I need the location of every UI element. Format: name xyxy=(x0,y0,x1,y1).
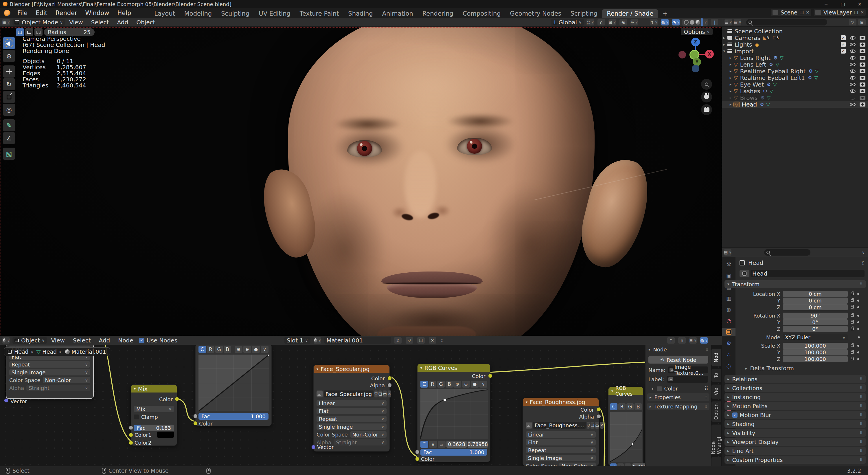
image-browse-icon[interactable] xyxy=(316,390,323,397)
disable-render-icon[interactable] xyxy=(860,36,865,40)
mix-node-header[interactable]: ▾Mix xyxy=(131,385,177,392)
disable-render-icon[interactable] xyxy=(860,56,865,60)
hide-eye-icon[interactable] xyxy=(850,89,856,93)
sidebar-tab-view[interactable]: Vie xyxy=(711,384,721,399)
npanel-properties-section[interactable]: ▸Properties⠿ xyxy=(647,393,709,401)
disable-render-icon[interactable] xyxy=(860,62,865,66)
image-browse-icon[interactable] xyxy=(526,422,532,429)
color2-input-socket[interactable] xyxy=(129,441,133,445)
ne-menu-node[interactable]: Node xyxy=(114,336,137,345)
copy-image-icon[interactable]: ❏ xyxy=(591,422,594,429)
ne-menu-view[interactable]: View xyxy=(47,336,69,345)
extension-dropdown[interactable]: Repeat∨ xyxy=(316,416,386,422)
node-rgb-curves-2[interactable]: ▾RGB Curves Color C R G B ⊕ ⊖ ● ∨ xyxy=(417,363,490,462)
mix-fac-slider[interactable]: Fac0.183 xyxy=(134,425,174,431)
color-output-socket[interactable] xyxy=(388,376,392,380)
fac-input-socket[interactable] xyxy=(415,450,420,454)
show-overlays-icon[interactable]: ◍∨ xyxy=(661,19,669,26)
section-viewport-display[interactable]: ▸Viewport Display⠿ xyxy=(724,438,866,446)
gizmo-z-axis[interactable]: Z xyxy=(691,38,700,46)
outliner-row-eye-wet[interactable]: ▸▽Eye Wet ⚙▽ xyxy=(722,81,868,88)
gizmo-neg-z-axis[interactable] xyxy=(692,65,699,72)
tab-particles[interactable]: ∴ xyxy=(722,350,736,359)
open-image-folder-icon[interactable]: 🗀 xyxy=(595,422,599,429)
outliner-row-head[interactable]: ▸▽Head ⚙▽ xyxy=(722,101,868,108)
node-face-specular[interactable]: ▾Face_Specular.jpg Color Alpha Face_Spec… xyxy=(313,365,390,451)
hide-eye-icon[interactable] xyxy=(850,56,856,60)
channel-b[interactable]: B xyxy=(224,346,231,353)
workspace-tab-compositing[interactable]: Compositing xyxy=(458,9,505,18)
delta-transform-section[interactable]: ▸Delta Transform xyxy=(745,365,794,372)
tab-view-layer[interactable]: ▥ xyxy=(722,294,736,302)
pan-hand-icon[interactable] xyxy=(701,91,712,102)
section-relations[interactable]: ▸Relations⠿ xyxy=(724,375,866,383)
mode-dropdown[interactable]: Object Mode∨ xyxy=(12,19,65,26)
projection-dropdown[interactable]: Flat∨ xyxy=(526,439,596,445)
animate-dot[interactable] xyxy=(858,336,860,338)
vp-menu-object[interactable]: Object xyxy=(132,18,159,27)
handle-vector-icon[interactable]: ∧ xyxy=(617,464,624,466)
editor-type-icon[interactable]: ▦∨ xyxy=(2,19,10,26)
radius-slider[interactable]: Radius 25 xyxy=(44,28,95,36)
shading-wireframe-icon[interactable] xyxy=(684,20,689,25)
channel-b[interactable]: B xyxy=(445,381,453,388)
use-nodes-checkbox[interactable]: ✓ xyxy=(139,338,144,343)
hide-eye-icon[interactable] xyxy=(850,43,856,46)
channel-g[interactable]: G xyxy=(437,381,445,388)
sidebar-tab-node[interactable]: Nod xyxy=(711,349,721,366)
channel-r[interactable]: R xyxy=(618,403,625,410)
hide-eye-icon[interactable] xyxy=(850,63,856,66)
sidebar-tab-script-to-button[interactable]: Script To Butt xyxy=(711,457,721,466)
xray-toggle-icon[interactable]: ◔∨ xyxy=(672,19,680,26)
channel-r[interactable]: R xyxy=(429,381,436,388)
outliner-editor-type-icon[interactable]: ☰∨ xyxy=(724,19,732,26)
unlink-scene-icon[interactable]: ✕ xyxy=(806,10,810,15)
outliner-row-lens-right[interactable]: ▸▽Lens Right ⚙▽ xyxy=(722,54,868,61)
lock-icon[interactable] xyxy=(850,314,854,317)
menu-window[interactable]: Window xyxy=(81,8,114,18)
lock-icon[interactable] xyxy=(850,328,854,330)
handle-auto-clamped-icon[interactable]: ⌓ xyxy=(625,464,631,466)
outliner-row-realtime-eyeball-left1[interactable]: ▸▽Realtime Eyeball Left1 ⚙▽ xyxy=(722,75,868,81)
transform-orientation-dropdown[interactable]: ⟂ Global∨ xyxy=(551,19,584,26)
tool-scale[interactable] xyxy=(3,91,15,103)
reset-node-button[interactable]: ⟲Reset Node xyxy=(648,356,708,363)
animate-dot[interactable] xyxy=(857,293,859,295)
node-rgb-curves-3[interactable]: ▾RGB Curves C R G B xyxy=(608,387,644,466)
pivot-point-icon[interactable]: ◎∨ xyxy=(587,19,594,26)
disable-render-icon[interactable] xyxy=(860,89,865,93)
vector-input-socket[interactable] xyxy=(311,445,316,449)
maximize-button[interactable]: ▢ xyxy=(834,0,851,8)
workspace-tab-layout[interactable]: Layout xyxy=(150,9,179,18)
hide-eye-icon[interactable] xyxy=(850,96,856,99)
extension-dropdown[interactable]: Repeat∨ xyxy=(526,447,596,453)
menu-render[interactable]: Render xyxy=(52,8,81,18)
workspace-tab-shading[interactable]: Shading xyxy=(343,9,377,18)
shading-solid-icon[interactable] xyxy=(690,20,694,25)
hide-eye-icon[interactable] xyxy=(850,50,856,53)
outliner-row-lights[interactable]: ▸Lights ◉ ✓ xyxy=(722,41,868,48)
object-name-field[interactable]: Head xyxy=(740,270,865,277)
pin-icon[interactable]: ⟟ xyxy=(862,259,864,266)
hide-eye-icon[interactable] xyxy=(850,69,856,73)
projection-dropdown[interactable]: Flat∨ xyxy=(316,408,386,414)
handle-auto-icon[interactable]: ⌒ xyxy=(421,441,428,448)
image-name[interactable]: Face_Specular.jpg xyxy=(324,390,374,397)
disable-render-icon[interactable] xyxy=(860,42,865,47)
interpolation-dropdown[interactable]: Linear∨ xyxy=(526,431,596,438)
hide-eye-icon[interactable] xyxy=(850,103,856,106)
blender-menu-icon[interactable] xyxy=(4,10,10,16)
material-browse-icon[interactable]: ∨ xyxy=(314,337,321,344)
shader-node-editor[interactable]: Head▸ ▽ Head▸ Material.001 Linear∨ Flat∨… xyxy=(0,336,722,466)
lock-icon[interactable] xyxy=(850,345,854,347)
menu-edit[interactable]: Edit xyxy=(32,8,52,18)
outliner-row-realtime-eyeball-right[interactable]: ▸▽Realtime Eyeball Right ⚙▽ xyxy=(722,68,868,75)
npanel-title[interactable]: Node xyxy=(653,347,667,353)
ne-overlays-icon[interactable]: ◍∨ xyxy=(700,337,708,344)
exclude-checkbox[interactable]: ✓ xyxy=(841,42,846,47)
object-id-icon[interactable] xyxy=(740,270,749,277)
fake-user-shield-icon[interactable]: ⛉ xyxy=(406,337,413,344)
new-viewlayer-icon[interactable]: ❏ xyxy=(854,10,858,15)
copy-material-icon[interactable]: ❏ xyxy=(417,337,425,344)
tool-transform[interactable]: ◎ xyxy=(3,103,15,116)
